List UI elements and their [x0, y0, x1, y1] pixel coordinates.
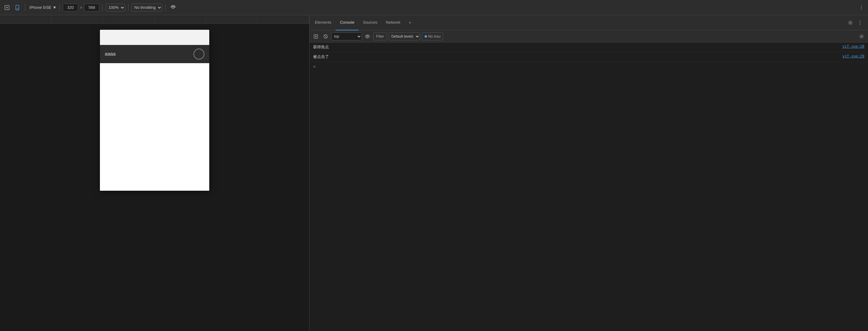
nav-text: aaaa	[105, 51, 116, 57]
console-inspect-button[interactable]	[312, 33, 320, 40]
dim-separator: ×	[79, 5, 83, 10]
ruler-cell	[103, 15, 155, 23]
svg-point-3	[172, 7, 174, 8]
device-body	[100, 63, 209, 191]
device-toolbar: iPhone 5/SE ▼ × 100% No throttling ⋮	[0, 0, 868, 15]
device-toggle-button[interactable]	[13, 4, 22, 11]
console-log-area: 获得焦点 vif.vue:20 被点击了 vif.vue:29 >	[309, 42, 868, 331]
console-levels-select[interactable]: Default levels	[389, 32, 420, 40]
devtools-settings-button[interactable]	[846, 19, 855, 26]
console-clear-button[interactable]	[322, 33, 330, 40]
console-prompt-row: >	[309, 62, 868, 71]
console-prompt-chevron: >	[313, 64, 315, 69]
more-options-button[interactable]: ⋮	[857, 3, 866, 11]
tab-sources[interactable]: Sources	[359, 15, 382, 30]
ruler-cell	[0, 15, 52, 23]
tab-console[interactable]: Console	[336, 15, 359, 30]
console-filter-button[interactable]: Filter	[373, 32, 387, 40]
device-frame: aaaa	[100, 30, 209, 191]
console-input[interactable]	[318, 64, 864, 69]
console-entry-text-1: 获得焦点	[313, 44, 842, 50]
sep-1	[25, 4, 25, 11]
context-select[interactable]: top	[331, 32, 362, 40]
console-eye-button[interactable]	[364, 33, 371, 40]
ruler-cell	[206, 15, 258, 23]
sep-3	[102, 4, 103, 11]
ruler	[0, 15, 309, 24]
console-issues-badge: No Issu	[422, 32, 443, 40]
console-entry-2[interactable]: 被点击了 vif.vue:29	[309, 52, 868, 62]
svg-point-8	[367, 35, 368, 37]
ruler-cell	[155, 15, 206, 23]
height-input[interactable]	[84, 4, 99, 11]
svg-rect-1	[16, 5, 19, 10]
ruler-cell	[257, 15, 309, 23]
device-nav-bar: aaaa	[100, 45, 209, 63]
console-entry-1[interactable]: 获得焦点 vif.vue:20	[309, 42, 868, 52]
console-toolbar: top Filter Default levels No Issu	[309, 30, 868, 42]
device-name: iPhone 5/SE	[29, 5, 51, 10]
preview-content: aaaa	[100, 24, 209, 331]
device-dropdown-icon: ▼	[53, 5, 57, 10]
console-entry-file-1[interactable]: vif.vue:20	[842, 44, 864, 49]
devtools-tab-icons: ⋮	[844, 19, 867, 27]
tab-network[interactable]: Network	[382, 15, 405, 30]
width-input[interactable]	[63, 4, 78, 11]
device-top-bar	[100, 30, 209, 45]
console-entry-text-2: 被点击了	[313, 54, 842, 60]
svg-point-4	[849, 22, 851, 24]
devtools-panel: Elements Console Sources Network »	[309, 15, 868, 331]
tab-more[interactable]: »	[405, 15, 415, 30]
toolbar-right: ⋮	[857, 3, 866, 11]
zoom-select[interactable]: 100%	[106, 4, 125, 11]
nav-circle	[193, 49, 205, 60]
sep-4	[128, 4, 128, 11]
preview-area: aaaa	[0, 15, 309, 331]
throttle-select[interactable]: No throttling	[131, 4, 162, 11]
sensors-button[interactable]	[168, 4, 178, 11]
svg-point-9	[861, 35, 863, 37]
sep-2	[60, 4, 60, 11]
ruler-cell	[52, 15, 103, 23]
main-area: aaaa Elements Console Sources Network	[0, 15, 868, 331]
console-entry-file-2[interactable]: vif.vue:29	[842, 54, 864, 58]
sep-5	[165, 4, 165, 11]
devtools-more-button[interactable]: ⋮	[856, 19, 864, 27]
tab-elements[interactable]: Elements	[311, 15, 336, 30]
issues-dot	[425, 35, 427, 38]
inspect-toggle-button[interactable]	[2, 4, 11, 11]
devtools-tab-bar: Elements Console Sources Network »	[309, 15, 868, 30]
console-settings-button[interactable]	[858, 33, 866, 40]
device-selector[interactable]: iPhone 5/SE ▼	[29, 5, 57, 10]
svg-line-7	[324, 35, 327, 38]
